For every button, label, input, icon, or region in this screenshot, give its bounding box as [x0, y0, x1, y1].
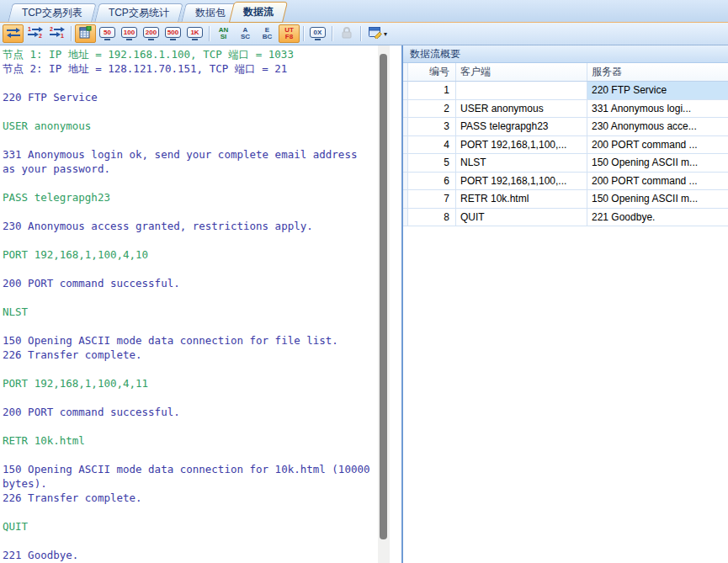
width-50-button[interactable]: 50 — [97, 24, 118, 43]
width-100-button[interactable]: 100 — [119, 24, 140, 43]
cell-client: USER anonymous — [456, 100, 587, 118]
trace-line: 节点 2: IP 地址 = 128.121.70.151, TCP 端口 = 2… — [3, 61, 378, 76]
ansi-text-icon: ANSI — [219, 27, 229, 40]
direction-both-button[interactable] — [3, 24, 24, 43]
toolbar-separator — [332, 26, 332, 41]
cell-no: 6 — [408, 173, 456, 190]
cell-client: PORT 192,168,1,100,... — [456, 136, 587, 154]
encoding-ansi-button[interactable]: ANSI — [213, 24, 234, 43]
column-header-client[interactable]: 客户端 — [456, 63, 587, 81]
encoding-ascii-button[interactable]: ASC — [235, 24, 256, 43]
svg-text:2: 2 — [50, 26, 53, 32]
toolbar-separator — [360, 26, 361, 41]
dropdown-caret-icon: ▾ — [384, 30, 387, 38]
hex-view-button[interactable]: 0X — [307, 24, 328, 43]
toolbar: 1 2 2 1 — [0, 23, 728, 45]
cell-no: 2 — [408, 100, 456, 118]
trace-line: 200 PORT command successful. — [3, 276, 378, 290]
cell-no: 1 — [408, 82, 456, 99]
trace-line: 150 Opening ASCII mode data connection f… — [3, 462, 378, 476]
table-row[interactable]: 3 PASS telegrapgh23 230 Anonymous acce..… — [403, 118, 728, 136]
table-row[interactable]: 1 220 FTP Service — [403, 82, 728, 100]
utf8-text-icon: UTF8 — [284, 27, 294, 40]
cell-server: 230 Anonymous acce... — [587, 118, 728, 135]
monitor-1k-icon: 1K — [187, 27, 203, 40]
encoding-ebcdic-button[interactable]: EBC — [257, 24, 278, 43]
trace-line: 230 Anonymous access granted, restrictio… — [3, 219, 378, 233]
table-row[interactable]: 4 PORT 192,168,1,100,... 200 PORT comman… — [403, 136, 728, 155]
trace-line: 226 Transfer complete. — [3, 491, 378, 505]
tab-label: TCP交易列表 — [22, 6, 82, 20]
trace-line: 220 FTP Service — [3, 90, 378, 104]
cell-client: PORT 192,168,1,100,... — [456, 173, 587, 190]
direction-1to2-button[interactable]: 1 2 — [24, 24, 45, 43]
cell-client: QUIT — [456, 209, 587, 226]
packet-summary-button[interactable] — [75, 24, 96, 43]
width-500-button[interactable]: 500 — [162, 24, 183, 43]
cell-server: 200 PORT command ... — [587, 173, 728, 190]
calculator-grid-icon — [79, 26, 92, 41]
trace-line: bytes). — [3, 476, 378, 491]
cell-no: 4 — [408, 136, 456, 154]
trace-line — [3, 133, 378, 147]
table-row[interactable]: 2 USER anonymous 331 Anonymous logi... — [403, 100, 728, 119]
trace-line — [3, 262, 378, 276]
trace-line — [3, 176, 378, 190]
toolbar-separator — [209, 26, 210, 41]
ebcdic-text-icon: EBC — [263, 27, 273, 40]
tab-data-stream[interactable]: 数据流 — [229, 2, 288, 23]
arrows-1to2-icon: 1 2 — [28, 26, 43, 41]
cell-server: 331 Anonymous logi... — [587, 100, 728, 118]
monitor-200-icon: 200 — [143, 27, 159, 40]
edit-options-button[interactable]: ▾ — [364, 24, 391, 43]
cell-server: 150 Opening ASCII m... — [587, 154, 728, 172]
cell-client: RETR 10k.html — [456, 190, 587, 208]
column-header-no[interactable]: 编号 — [408, 63, 456, 81]
column-header-server[interactable]: 服务器 — [587, 63, 728, 81]
decrypt-button — [336, 24, 357, 43]
tab-tcp-transaction-stats[interactable]: TCP交易统计 — [94, 3, 183, 22]
scrollbar-thumb[interactable] — [380, 54, 387, 539]
vertical-scrollbar[interactable] — [378, 45, 390, 563]
cell-server: 200 PORT command ... — [587, 136, 728, 154]
table-row[interactable]: 5 NLST 150 Opening ASCII m... — [403, 154, 728, 173]
cell-client — [456, 82, 587, 99]
table-row[interactable]: 7 RETR 10k.html 150 Opening ASCII m... — [403, 190, 728, 209]
width-200-button[interactable]: 200 — [141, 24, 162, 43]
trace-line — [3, 290, 378, 305]
cell-client: NLST — [456, 154, 587, 172]
trace-line: PORT 192,168,1,100,4,11 — [3, 376, 378, 390]
cell-client: PASS telegrapgh23 — [456, 118, 587, 135]
data-stream-summary-panel: 数据流概要 编号 客户端 服务器 1 220 FTP Service 2 USE… — [401, 45, 728, 563]
trace-line: 200 PORT command successful. — [3, 405, 378, 419]
panel-gap — [390, 45, 401, 563]
tab-label: 数据流 — [243, 5, 274, 19]
cell-server: 221 Goodbye. — [587, 209, 728, 226]
trace-line: 150 Opening ASCII mode data connection f… — [3, 333, 378, 348]
data-stream-text-view[interactable]: 节点 1: IP 地址 = 192.168.1.100, TCP 端口 = 10… — [0, 45, 378, 563]
tab-tcp-transaction-list[interactable]: TCP交易列表 — [8, 3, 96, 22]
trace-line: USER anonymous — [3, 119, 378, 133]
monitor-500-icon: 500 — [165, 27, 181, 40]
summary-table-header: 编号 客户端 服务器 — [403, 63, 728, 82]
svg-text:1: 1 — [61, 33, 64, 39]
cell-server: 150 Opening ASCII m... — [587, 190, 728, 208]
monitor-50-icon: 50 — [99, 27, 115, 40]
encoding-utf8-button[interactable]: UTF8 — [279, 24, 300, 43]
cell-no: 5 — [408, 154, 456, 172]
trace-line — [3, 233, 378, 247]
arrows-both-icon — [6, 27, 21, 41]
trace-line — [3, 448, 378, 462]
trace-line — [3, 419, 378, 433]
ascii-text-icon: ASC — [241, 27, 250, 40]
table-row[interactable]: 8 QUIT 221 Goodbye. — [403, 209, 728, 227]
trace-line — [3, 534, 378, 548]
direction-2to1-button[interactable]: 2 1 — [46, 24, 67, 43]
trace-line — [3, 319, 378, 333]
width-1k-button[interactable]: 1K — [184, 24, 205, 43]
window-edit-icon — [369, 26, 383, 41]
cell-no: 8 — [408, 209, 456, 226]
trace-line: RETR 10k.html — [3, 433, 378, 448]
table-row[interactable]: 6 PORT 192,168,1,100,... 200 PORT comman… — [403, 173, 728, 191]
summary-table-body: 1 220 FTP Service 2 USER anonymous 331 A… — [403, 82, 728, 226]
